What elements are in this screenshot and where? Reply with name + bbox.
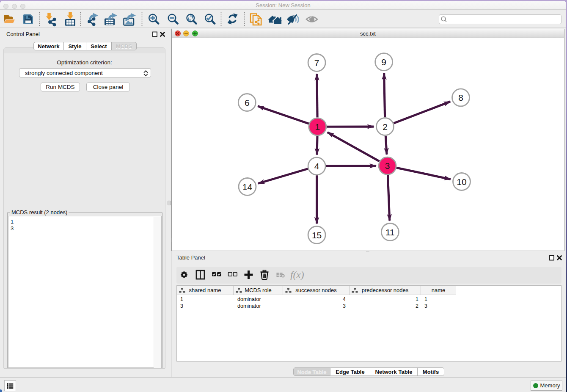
svg-text:8: 8 <box>458 93 463 102</box>
svg-text:1: 1 <box>315 122 320 132</box>
svg-text:3: 3 <box>385 161 390 171</box>
svg-text:9: 9 <box>381 57 386 67</box>
svg-text:7: 7 <box>314 58 319 68</box>
svg-text:15: 15 <box>312 230 322 240</box>
svg-text:4: 4 <box>314 161 319 171</box>
svg-text:f(x): f(x) <box>290 269 304 280</box>
svg-text:14: 14 <box>242 182 253 192</box>
svg-text:6: 6 <box>245 98 250 108</box>
svg-text:11: 11 <box>385 227 395 237</box>
svg-text:10: 10 <box>457 177 466 187</box>
svg-text:2: 2 <box>383 122 388 132</box>
